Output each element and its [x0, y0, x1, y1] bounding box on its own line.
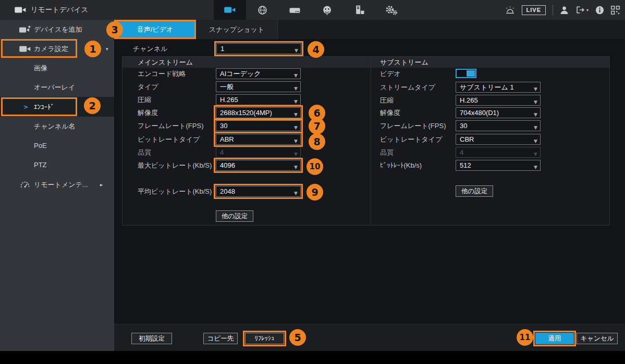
- type-label: タイプ: [138, 81, 158, 92]
- nav-device-button[interactable]: [343, 0, 375, 20]
- frame-rate-dropdown[interactable]: 30▼: [216, 120, 301, 131]
- alarm-icon[interactable]: [505, 6, 515, 15]
- stream-type-dropdown[interactable]: サブストリーム 1▼: [456, 82, 541, 93]
- cancel-button[interactable]: キャンセル: [577, 333, 618, 344]
- sub-bit-rate-dropdown[interactable]: 512▼: [456, 160, 541, 171]
- sidebar-item-label: PoE: [34, 142, 47, 149]
- nav-network-button[interactable]: [246, 0, 278, 20]
- chevron-right-icon: >: [23, 104, 28, 110]
- sidebar-item-camera-settings[interactable]: カメラ設定 ▾: [0, 39, 114, 58]
- sidebar-item-remote-maintenance[interactable]: リモートメンテ... ▸: [0, 175, 114, 194]
- refresh-button[interactable]: ﾘﾌﾚｯｼｭ: [245, 333, 284, 344]
- chevron-down-icon: ▼: [294, 162, 298, 171]
- type-dropdown[interactable]: 一般▼: [216, 81, 301, 92]
- chevron-down-icon: ▼: [294, 123, 298, 131]
- chevron-down-icon: ▼: [534, 149, 537, 158]
- sidebar-item-channel-name[interactable]: チャンネル名: [0, 117, 114, 136]
- copy-to-button[interactable]: コピー先: [203, 333, 238, 344]
- live-button[interactable]: LIVE: [522, 5, 546, 15]
- ai-icon: [322, 5, 332, 15]
- tab-audio-video[interactable]: 音声/ビデオ: [114, 20, 196, 39]
- sub-frame-rate-dropdown[interactable]: 30▼: [456, 120, 541, 131]
- apply-button[interactable]: 適用: [535, 333, 574, 344]
- chevron-down-icon: ▼: [534, 97, 537, 106]
- nav-camera-button[interactable]: [214, 0, 246, 20]
- chevron-down-icon: ▼: [534, 162, 537, 171]
- sidebar-item-label: リモートメンテ...: [34, 180, 88, 190]
- bit-rate-type-dropdown[interactable]: ABR▼: [216, 134, 301, 145]
- nav-storage-button[interactable]: [278, 0, 311, 20]
- video-toggle[interactable]: [456, 69, 476, 78]
- chevron-down-icon: ▼: [294, 136, 298, 145]
- qr-code-icon[interactable]: [611, 6, 620, 15]
- stream-type-label: ストリームタイプ: [380, 82, 435, 93]
- nav-ai-button[interactable]: [311, 0, 343, 20]
- sidebar: デバイスを追加 カメラ設定 ▾ 画像 オーバーレイ > ｴﾝｺｰﾄﾞ チャンネル…: [0, 20, 114, 351]
- sub-stream-title: サブストリーム: [380, 57, 428, 68]
- default-button[interactable]: 初期設定: [131, 333, 172, 344]
- camera-icon: [19, 45, 31, 53]
- camera-icon: [224, 6, 236, 14]
- sidebar-item-ptz[interactable]: PTZ: [0, 155, 114, 174]
- chevron-down-icon[interactable]: ▾: [106, 46, 108, 52]
- bit-rate-type-label: ビットレートタイプ: [138, 134, 200, 145]
- max-bit-rate-dropdown[interactable]: 4096▼: [216, 160, 301, 171]
- sub-more-settings-button[interactable]: 他の設定: [456, 185, 493, 197]
- chevron-down-icon: ▼: [534, 84, 537, 93]
- sub-compression-dropdown[interactable]: H.265▼: [456, 95, 541, 106]
- sidebar-item-label: ｴﾝｺｰﾄﾞ: [34, 103, 54, 111]
- nav-system-button[interactable]: [375, 0, 408, 20]
- chevron-down-icon: ▼: [294, 97, 298, 105]
- chevron-down-icon: ▼: [534, 110, 537, 118]
- device-tower-icon: [354, 5, 364, 15]
- encode-strategy-dropdown[interactable]: AIコーデック▼: [216, 68, 301, 79]
- sub-frame-rate-label: フレームレート(FPS): [380, 120, 446, 131]
- info-icon[interactable]: [595, 6, 604, 15]
- page-title: リモートデバイス: [31, 5, 88, 15]
- page-title-wrap: リモートデバイス: [15, 0, 88, 20]
- nvr-settings-window: リモートデバイス LIVE: [0, 0, 625, 364]
- sub-resolution-label: 解像度: [380, 107, 400, 118]
- avg-bit-rate-dropdown[interactable]: 2048▼: [216, 186, 301, 197]
- sub-bit-rate-type-dropdown[interactable]: CBR▼: [456, 134, 541, 145]
- sidebar-item-label: デバイスを追加: [34, 25, 82, 34]
- content-area: チャンネル 1▼ メインストリーム サブストリーム エンコード戦略 AIコーデッ…: [114, 39, 625, 324]
- sidebar-item-encode[interactable]: > ｴﾝｺｰﾄﾞ: [0, 97, 114, 117]
- sub-resolution-dropdown[interactable]: 704x480(D1)▼: [456, 107, 541, 118]
- chevron-down-icon: ▼: [294, 84, 298, 92]
- sidebar-item-poe[interactable]: PoE: [0, 136, 114, 155]
- resolution-dropdown[interactable]: 2688x1520(4MP)▼: [216, 107, 301, 118]
- sidebar-item-label: PTZ: [34, 161, 47, 169]
- sub-bit-rate-type-label: ビットレートタイプ: [380, 134, 442, 145]
- channel-dropdown[interactable]: 1▼: [216, 43, 301, 54]
- logout-control[interactable]: ▾: [575, 6, 589, 14]
- top-bar-right: LIVE ▾: [505, 0, 620, 20]
- stream-settings-panel: メインストリーム サブストリーム エンコード戦略 AIコーデック▼ タイプ 一般…: [122, 56, 610, 225]
- tab-snapshot[interactable]: スナップショット: [196, 20, 278, 39]
- channel-label: チャンネル: [133, 43, 168, 54]
- chevron-down-icon: ▼: [294, 71, 298, 79]
- quality-label: 品質: [138, 147, 151, 158]
- compression-dropdown[interactable]: H.265▼: [216, 94, 301, 105]
- sidebar-item-label: チャンネル名: [34, 122, 76, 131]
- quality-dropdown: 4▼: [216, 147, 301, 158]
- separator: [553, 5, 553, 15]
- user-icon[interactable]: [560, 6, 569, 15]
- camera-add-icon: [19, 26, 31, 33]
- sidebar-item-add-device[interactable]: デバイスを追加: [0, 20, 114, 39]
- frame-rate-label: フレームレート(FPS): [138, 120, 203, 131]
- toggle-knob: [467, 70, 475, 77]
- chevron-down-icon: ▼: [294, 149, 298, 158]
- main-more-settings-button[interactable]: 他の設定: [216, 210, 253, 222]
- chevron-down-icon: ▼: [295, 46, 298, 54]
- chevron-down-icon: ▼: [534, 123, 537, 131]
- chevron-down-icon: ▼: [294, 189, 298, 197]
- compression-label: 圧縮: [138, 94, 151, 105]
- sidebar-item-image[interactable]: 画像: [0, 58, 114, 78]
- logout-icon: [575, 6, 585, 14]
- sidebar-item-overlay[interactable]: オーバーレイ: [0, 78, 114, 97]
- camera-icon: [15, 6, 26, 14]
- tab-bar: 音声/ビデオ スナップショット: [114, 20, 625, 39]
- panel-divider: [371, 57, 371, 225]
- sub-quality-dropdown: 4▼: [456, 147, 541, 158]
